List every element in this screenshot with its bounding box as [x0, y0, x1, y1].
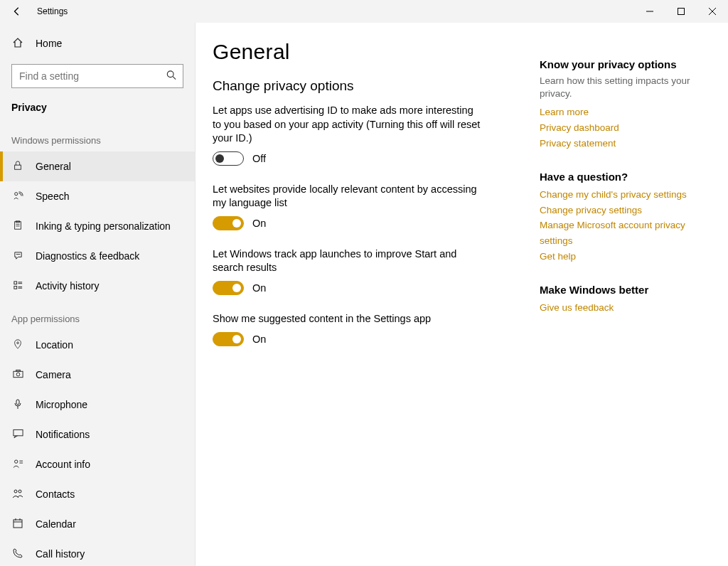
sidebar-item-label: Diagnostics & feedback	[36, 250, 139, 262]
toggle-state-label: On	[252, 333, 266, 345]
help-heading-better: Make Windows better	[540, 284, 693, 296]
location-icon	[11, 339, 24, 351]
close-icon	[709, 8, 716, 15]
link-get-help[interactable]: Get help	[540, 249, 693, 265]
sidebar-category: Privacy	[0, 92, 195, 122]
svg-point-17	[17, 342, 19, 344]
setting-description: Let websites provide locally relevant co…	[213, 183, 483, 210]
maximize-button[interactable]	[665, 0, 697, 23]
toggle-state-label: Off	[252, 153, 266, 164]
svg-rect-20	[16, 370, 20, 371]
sidebar-item-call-history[interactable]: Call history	[0, 539, 195, 566]
sidebar-item-inking[interactable]: Inking & typing personalization	[0, 211, 195, 241]
call-history-icon	[11, 548, 24, 560]
home-icon	[11, 37, 24, 50]
sidebar-item-label: Activity history	[36, 280, 99, 292]
svg-rect-29	[14, 520, 22, 528]
toggle-advertising-id[interactable]	[213, 151, 244, 166]
sidebar-category-label: Privacy	[11, 102, 47, 113]
svg-rect-4	[15, 165, 21, 169]
link-child-privacy[interactable]: Change my child's privacy settings	[540, 187, 693, 203]
toggle-state-label: On	[252, 282, 266, 294]
sidebar-item-activity-history[interactable]: Activity history	[0, 271, 195, 301]
search-box[interactable]	[11, 64, 183, 88]
help-pane: Know your privacy options Learn how this…	[540, 40, 710, 566]
help-text: Learn how this setting impacts your priv…	[540, 75, 693, 100]
calendar-icon	[11, 518, 24, 530]
feedback-icon	[11, 250, 24, 262]
sidebar-item-microphone[interactable]: Microphone	[0, 390, 195, 420]
camera-icon	[11, 369, 24, 380]
sidebar-item-label: Call history	[36, 548, 85, 560]
link-give-feedback[interactable]: Give us feedback	[540, 300, 693, 316]
svg-point-24	[14, 460, 17, 463]
sidebar-item-label: General	[36, 161, 71, 172]
sidebar-item-location[interactable]: Location	[0, 330, 195, 360]
sidebar-item-contacts[interactable]: Contacts	[0, 479, 195, 509]
setting-description: Let Windows track app launches to improv…	[213, 247, 483, 275]
minimize-icon	[646, 8, 653, 15]
svg-rect-11	[14, 281, 16, 284]
svg-rect-12	[14, 286, 16, 289]
history-icon	[11, 280, 24, 292]
sidebar-item-label: Speech	[36, 191, 69, 202]
link-manage-account[interactable]: Manage Microsoft account privacy setting…	[540, 218, 693, 248]
contacts-icon	[11, 488, 24, 500]
setting-track-launches: Let Windows track app launches to improv…	[213, 247, 540, 295]
help-heading-question: Have a question?	[540, 171, 693, 183]
window-title: Settings	[37, 6, 68, 16]
toggle-language-list[interactable]	[213, 216, 244, 230]
svg-point-19	[16, 373, 20, 376]
sidebar-item-camera[interactable]: Camera	[0, 360, 195, 390]
link-change-privacy[interactable]: Change privacy settings	[540, 203, 693, 218]
link-privacy-dashboard[interactable]: Privacy dashboard	[540, 120, 693, 136]
setting-description: Let apps use advertising ID to make ads …	[213, 104, 483, 146]
sidebar-item-notifications[interactable]: Notifications	[0, 420, 195, 449]
svg-point-27	[14, 490, 17, 493]
minimize-button[interactable]	[634, 0, 665, 23]
sidebar-item-label: Notifications	[36, 429, 90, 440]
sidebar-item-diagnostics[interactable]: Diagnostics & feedback	[0, 241, 195, 271]
link-privacy-statement[interactable]: Privacy statement	[540, 136, 693, 151]
svg-rect-6	[15, 222, 21, 230]
setting-language-list: Let websites provide locally relevant co…	[213, 183, 540, 230]
svg-rect-18	[13, 371, 22, 377]
lock-icon	[11, 161, 24, 172]
sidebar-item-general[interactable]: General	[0, 151, 195, 181]
sidebar-item-label: Home	[36, 38, 62, 49]
help-heading-know: Know your privacy options	[540, 58, 693, 70]
maximize-icon	[678, 8, 685, 15]
speech-icon	[11, 191, 24, 203]
sidebar-item-label: Location	[36, 339, 73, 351]
sidebar-section-app-permissions: App permissions	[0, 301, 195, 330]
svg-point-28	[18, 490, 21, 493]
notifications-icon	[11, 429, 24, 440]
section-heading: Change privacy options	[213, 78, 540, 94]
toggle-state-label: On	[252, 218, 266, 229]
titlebar: Settings	[0, 0, 728, 23]
sidebar-item-label: Inking & typing personalization	[36, 220, 171, 232]
microphone-icon	[11, 399, 24, 411]
main-content: General Change privacy options Let apps …	[196, 23, 728, 566]
svg-rect-21	[16, 400, 19, 405]
toggle-track-launches[interactable]	[213, 281, 244, 295]
toggle-suggested-content[interactable]	[213, 332, 244, 346]
sidebar-item-label: Account info	[36, 459, 90, 470]
sidebar-item-calendar[interactable]: Calendar	[0, 509, 195, 539]
search-input[interactable]	[11, 64, 183, 88]
setting-advertising-id: Let apps use advertising ID to make ads …	[213, 104, 540, 166]
sidebar-item-label: Contacts	[36, 488, 75, 500]
sidebar-item-home[interactable]: Home	[0, 28, 195, 58]
arrow-left-icon	[12, 6, 22, 16]
page-title: General	[213, 40, 540, 64]
svg-rect-1	[678, 9, 685, 15]
clipboard-icon	[11, 220, 24, 232]
sidebar-item-label: Camera	[36, 369, 71, 380]
link-learn-more[interactable]: Learn more	[540, 105, 693, 120]
back-button[interactable]	[6, 0, 28, 23]
sidebar-item-speech[interactable]: Speech	[0, 181, 195, 211]
sidebar-item-label: Microphone	[36, 399, 87, 410]
sidebar-item-account-info[interactable]: Account info	[0, 449, 195, 479]
setting-description: Show me suggested content in the Setting…	[213, 312, 483, 326]
close-button[interactable]	[697, 0, 728, 23]
